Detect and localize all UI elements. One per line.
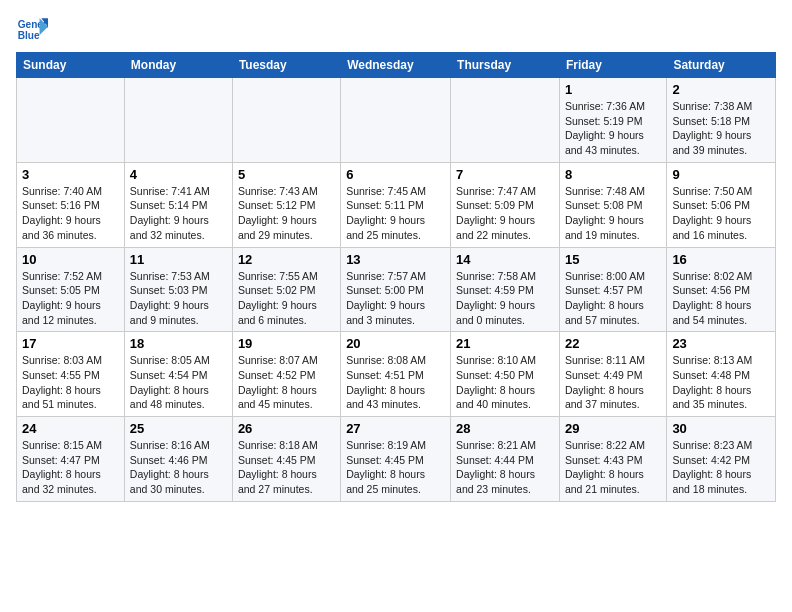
day-number: 25 <box>130 421 227 436</box>
day-info: Sunrise: 7:52 AM Sunset: 5:05 PM Dayligh… <box>22 269 119 328</box>
calendar-cell: 2Sunrise: 7:38 AM Sunset: 5:18 PM Daylig… <box>667 78 776 163</box>
day-number: 12 <box>238 252 335 267</box>
calendar-cell: 5Sunrise: 7:43 AM Sunset: 5:12 PM Daylig… <box>232 162 340 247</box>
day-info: Sunrise: 7:53 AM Sunset: 5:03 PM Dayligh… <box>130 269 227 328</box>
calendar-cell <box>232 78 340 163</box>
day-number: 4 <box>130 167 227 182</box>
calendar-cell: 20Sunrise: 8:08 AM Sunset: 4:51 PM Dayli… <box>341 332 451 417</box>
calendar-cell <box>124 78 232 163</box>
calendar-cell <box>17 78 125 163</box>
col-header-saturday: Saturday <box>667 53 776 78</box>
day-number: 11 <box>130 252 227 267</box>
day-info: Sunrise: 7:41 AM Sunset: 5:14 PM Dayligh… <box>130 184 227 243</box>
calendar-cell: 7Sunrise: 7:47 AM Sunset: 5:09 PM Daylig… <box>451 162 560 247</box>
day-info: Sunrise: 8:11 AM Sunset: 4:49 PM Dayligh… <box>565 353 661 412</box>
svg-text:Blue: Blue <box>18 30 40 41</box>
day-info: Sunrise: 8:05 AM Sunset: 4:54 PM Dayligh… <box>130 353 227 412</box>
calendar-cell <box>451 78 560 163</box>
day-info: Sunrise: 7:38 AM Sunset: 5:18 PM Dayligh… <box>672 99 770 158</box>
calendar-table: SundayMondayTuesdayWednesdayThursdayFrid… <box>16 52 776 502</box>
col-header-friday: Friday <box>559 53 666 78</box>
day-info: Sunrise: 8:03 AM Sunset: 4:55 PM Dayligh… <box>22 353 119 412</box>
day-number: 27 <box>346 421 445 436</box>
day-number: 16 <box>672 252 770 267</box>
logo: General Blue <box>16 16 48 44</box>
day-number: 1 <box>565 82 661 97</box>
day-info: Sunrise: 7:47 AM Sunset: 5:09 PM Dayligh… <box>456 184 554 243</box>
day-number: 21 <box>456 336 554 351</box>
day-info: Sunrise: 7:55 AM Sunset: 5:02 PM Dayligh… <box>238 269 335 328</box>
calendar-cell: 11Sunrise: 7:53 AM Sunset: 5:03 PM Dayli… <box>124 247 232 332</box>
day-number: 13 <box>346 252 445 267</box>
calendar-cell: 23Sunrise: 8:13 AM Sunset: 4:48 PM Dayli… <box>667 332 776 417</box>
day-info: Sunrise: 7:58 AM Sunset: 4:59 PM Dayligh… <box>456 269 554 328</box>
day-number: 29 <box>565 421 661 436</box>
day-info: Sunrise: 8:10 AM Sunset: 4:50 PM Dayligh… <box>456 353 554 412</box>
calendar-cell: 16Sunrise: 8:02 AM Sunset: 4:56 PM Dayli… <box>667 247 776 332</box>
day-info: Sunrise: 7:43 AM Sunset: 5:12 PM Dayligh… <box>238 184 335 243</box>
col-header-thursday: Thursday <box>451 53 560 78</box>
day-number: 14 <box>456 252 554 267</box>
calendar-cell: 26Sunrise: 8:18 AM Sunset: 4:45 PM Dayli… <box>232 417 340 502</box>
calendar-cell: 10Sunrise: 7:52 AM Sunset: 5:05 PM Dayli… <box>17 247 125 332</box>
day-number: 20 <box>346 336 445 351</box>
day-info: Sunrise: 8:15 AM Sunset: 4:47 PM Dayligh… <box>22 438 119 497</box>
day-info: Sunrise: 8:07 AM Sunset: 4:52 PM Dayligh… <box>238 353 335 412</box>
calendar-cell: 18Sunrise: 8:05 AM Sunset: 4:54 PM Dayli… <box>124 332 232 417</box>
day-info: Sunrise: 7:36 AM Sunset: 5:19 PM Dayligh… <box>565 99 661 158</box>
calendar-cell: 9Sunrise: 7:50 AM Sunset: 5:06 PM Daylig… <box>667 162 776 247</box>
day-info: Sunrise: 8:00 AM Sunset: 4:57 PM Dayligh… <box>565 269 661 328</box>
calendar-cell: 3Sunrise: 7:40 AM Sunset: 5:16 PM Daylig… <box>17 162 125 247</box>
day-number: 5 <box>238 167 335 182</box>
day-info: Sunrise: 7:50 AM Sunset: 5:06 PM Dayligh… <box>672 184 770 243</box>
day-number: 17 <box>22 336 119 351</box>
day-number: 18 <box>130 336 227 351</box>
day-number: 24 <box>22 421 119 436</box>
day-number: 19 <box>238 336 335 351</box>
calendar-cell: 30Sunrise: 8:23 AM Sunset: 4:42 PM Dayli… <box>667 417 776 502</box>
calendar-cell: 27Sunrise: 8:19 AM Sunset: 4:45 PM Dayli… <box>341 417 451 502</box>
logo-icon: General Blue <box>16 16 48 44</box>
calendar-cell: 12Sunrise: 7:55 AM Sunset: 5:02 PM Dayli… <box>232 247 340 332</box>
day-number: 28 <box>456 421 554 436</box>
calendar-cell: 14Sunrise: 7:58 AM Sunset: 4:59 PM Dayli… <box>451 247 560 332</box>
day-info: Sunrise: 8:02 AM Sunset: 4:56 PM Dayligh… <box>672 269 770 328</box>
day-info: Sunrise: 8:21 AM Sunset: 4:44 PM Dayligh… <box>456 438 554 497</box>
day-info: Sunrise: 8:08 AM Sunset: 4:51 PM Dayligh… <box>346 353 445 412</box>
day-number: 15 <box>565 252 661 267</box>
day-number: 9 <box>672 167 770 182</box>
day-number: 10 <box>22 252 119 267</box>
day-number: 30 <box>672 421 770 436</box>
calendar-cell: 17Sunrise: 8:03 AM Sunset: 4:55 PM Dayli… <box>17 332 125 417</box>
page-header: General Blue <box>16 16 776 44</box>
day-info: Sunrise: 7:45 AM Sunset: 5:11 PM Dayligh… <box>346 184 445 243</box>
day-info: Sunrise: 8:18 AM Sunset: 4:45 PM Dayligh… <box>238 438 335 497</box>
calendar-cell <box>341 78 451 163</box>
calendar-cell: 21Sunrise: 8:10 AM Sunset: 4:50 PM Dayli… <box>451 332 560 417</box>
calendar-cell: 22Sunrise: 8:11 AM Sunset: 4:49 PM Dayli… <box>559 332 666 417</box>
day-info: Sunrise: 8:16 AM Sunset: 4:46 PM Dayligh… <box>130 438 227 497</box>
day-number: 26 <box>238 421 335 436</box>
day-info: Sunrise: 7:57 AM Sunset: 5:00 PM Dayligh… <box>346 269 445 328</box>
day-info: Sunrise: 8:23 AM Sunset: 4:42 PM Dayligh… <box>672 438 770 497</box>
day-number: 8 <box>565 167 661 182</box>
col-header-monday: Monday <box>124 53 232 78</box>
col-header-sunday: Sunday <box>17 53 125 78</box>
col-header-wednesday: Wednesday <box>341 53 451 78</box>
day-number: 23 <box>672 336 770 351</box>
calendar-cell: 29Sunrise: 8:22 AM Sunset: 4:43 PM Dayli… <box>559 417 666 502</box>
calendar-cell: 1Sunrise: 7:36 AM Sunset: 5:19 PM Daylig… <box>559 78 666 163</box>
day-info: Sunrise: 7:48 AM Sunset: 5:08 PM Dayligh… <box>565 184 661 243</box>
calendar-cell: 19Sunrise: 8:07 AM Sunset: 4:52 PM Dayli… <box>232 332 340 417</box>
col-header-tuesday: Tuesday <box>232 53 340 78</box>
calendar-cell: 13Sunrise: 7:57 AM Sunset: 5:00 PM Dayli… <box>341 247 451 332</box>
calendar-cell: 6Sunrise: 7:45 AM Sunset: 5:11 PM Daylig… <box>341 162 451 247</box>
calendar-cell: 28Sunrise: 8:21 AM Sunset: 4:44 PM Dayli… <box>451 417 560 502</box>
day-number: 22 <box>565 336 661 351</box>
calendar-cell: 4Sunrise: 7:41 AM Sunset: 5:14 PM Daylig… <box>124 162 232 247</box>
day-info: Sunrise: 7:40 AM Sunset: 5:16 PM Dayligh… <box>22 184 119 243</box>
calendar-cell: 8Sunrise: 7:48 AM Sunset: 5:08 PM Daylig… <box>559 162 666 247</box>
day-info: Sunrise: 8:13 AM Sunset: 4:48 PM Dayligh… <box>672 353 770 412</box>
calendar-cell: 15Sunrise: 8:00 AM Sunset: 4:57 PM Dayli… <box>559 247 666 332</box>
day-number: 7 <box>456 167 554 182</box>
